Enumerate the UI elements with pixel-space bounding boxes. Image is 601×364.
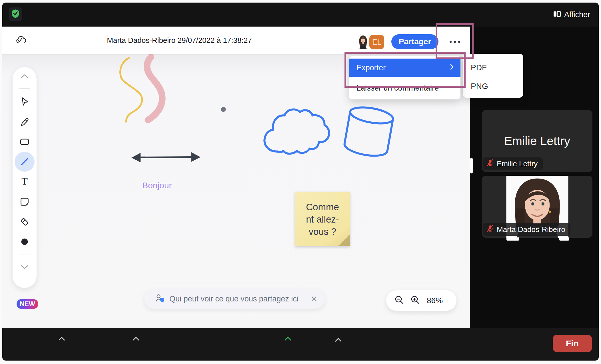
participant-avatar-photo[interactable] [358, 35, 368, 49]
palette-divider [19, 255, 30, 255]
photo-edge [559, 237, 569, 241]
submenu-chevron-icon [450, 63, 454, 72]
tool-sticky-note[interactable] [13, 192, 37, 212]
cursor-icon [22, 98, 28, 105]
sticky-note-icon [21, 198, 28, 205]
view-button[interactable]: Afficher [553, 9, 590, 20]
tool-line[interactable] [13, 152, 37, 172]
sticky-note-line: vous ? [308, 225, 336, 238]
tool-text[interactable]: T [13, 172, 37, 192]
view-button-label: Afficher [564, 10, 590, 19]
tool-rectangle[interactable] [13, 132, 37, 152]
zoom-out-button[interactable] [394, 295, 404, 306]
gray-dot-shape [221, 107, 226, 112]
zoom-in-icon [410, 295, 420, 305]
tool-pen[interactable] [13, 112, 37, 132]
more-options-button[interactable] [444, 34, 465, 49]
freehand-pink-squiggle [147, 57, 162, 120]
person-shield-icon [155, 294, 165, 304]
tool-select[interactable] [13, 92, 37, 112]
zoom-in-button[interactable] [410, 295, 420, 306]
photo-edge [506, 237, 519, 241]
tool-color[interactable] [13, 232, 37, 252]
zoom-out-icon [394, 295, 404, 305]
line-icon [22, 159, 27, 165]
top-menu-bar: Afficher [2, 3, 599, 27]
submenu-item-pdf[interactable]: PDF [463, 58, 523, 77]
more-options-icon [450, 41, 452, 43]
zoom-level-value: 86% [427, 296, 443, 305]
sticky-note[interactable]: Comme nt allez- vous ? [295, 192, 350, 246]
cylinder-shape [343, 105, 394, 159]
new-feature-badge: NEW [17, 299, 38, 309]
chevron-down-icon [21, 266, 28, 269]
palette-scroll-up-button[interactable] [13, 67, 37, 85]
video-tile-emilie[interactable]: Emilie Lettry Emilie Lettry [482, 110, 592, 172]
share-visibility-hint-text: Qui peut voir ce que vous partagez ici [169, 295, 299, 303]
tool-eraser[interactable] [13, 212, 37, 232]
color-swatch-icon [21, 239, 28, 245]
end-meeting-button[interactable]: Fin [553, 335, 592, 352]
freehand-yellow-squiggle [120, 58, 142, 122]
participant-name-badge: Emilie Lettry [483, 157, 543, 170]
sticky-note-line: Comme [306, 201, 339, 213]
text-tool-icon: T [21, 177, 27, 187]
canvas-text-note[interactable]: Bonjour [142, 181, 172, 190]
double-arrow-shape [131, 152, 201, 162]
tool-palette: T [13, 67, 37, 288]
shield-check-icon [11, 9, 20, 20]
cloud-saved-icon [15, 36, 26, 46]
canvas-scrollbar[interactable] [470, 158, 473, 173]
palette-scroll-down-button[interactable] [13, 258, 37, 276]
palette-divider [19, 88, 30, 89]
sticky-note-line: nt allez- [306, 213, 339, 225]
participant-name-badge: Marta Dados-Ribeiro [483, 223, 570, 236]
share-button[interactable]: Partager [391, 34, 438, 49]
video-tile-marta[interactable]: Marta Dados-Ribeiro [482, 176, 592, 238]
participant-badge-name: Emilie Lettry [497, 159, 538, 168]
close-hint-button[interactable]: ✕ [310, 294, 318, 304]
participant-avatar-initials[interactable]: EL [369, 35, 384, 49]
mic-muted-icon [486, 225, 494, 234]
mic-muted-icon [486, 159, 494, 169]
meeting-control-bar [2, 328, 599, 361]
board-title: Marta Dados-Ribeiro 29/07/2022 à 17:38:2… [108, 27, 251, 54]
menu-item-comment[interactable]: Laisser un commentaire [349, 80, 460, 96]
pencil-icon [21, 119, 28, 125]
view-layout-icon [553, 10, 561, 19]
menu-item-exporter[interactable]: Exporter [349, 59, 460, 77]
canvas-zoom-controls: 86% [386, 290, 456, 311]
rectangle-icon [21, 139, 28, 145]
share-visibility-hint: Qui peut voir ce que vous partagez ici ✕ [144, 289, 325, 309]
eraser-icon [21, 218, 28, 226]
cloud-shape [265, 109, 329, 154]
more-options-menu: Exporter Laisser un commentaire [349, 56, 460, 99]
zoom-whiteboard-app: Afficher Marta Dados-Ribeiro 29/07/2022 … [0, 0, 601, 364]
meeting-security-shield [9, 7, 22, 21]
submenu-item-png[interactable]: PNG [463, 77, 523, 96]
whiteboard-header: Marta Dados-Ribeiro 29/07/2022 à 17:38:2… [2, 27, 470, 54]
export-submenu: PDF PNG [463, 54, 523, 98]
participant-badge-name: Marta Dados-Ribeiro [497, 225, 565, 234]
participant-name: Emilie Lettry [504, 134, 570, 148]
sticky-note-fold-corner [338, 234, 350, 246]
chevron-up-icon [21, 75, 28, 78]
